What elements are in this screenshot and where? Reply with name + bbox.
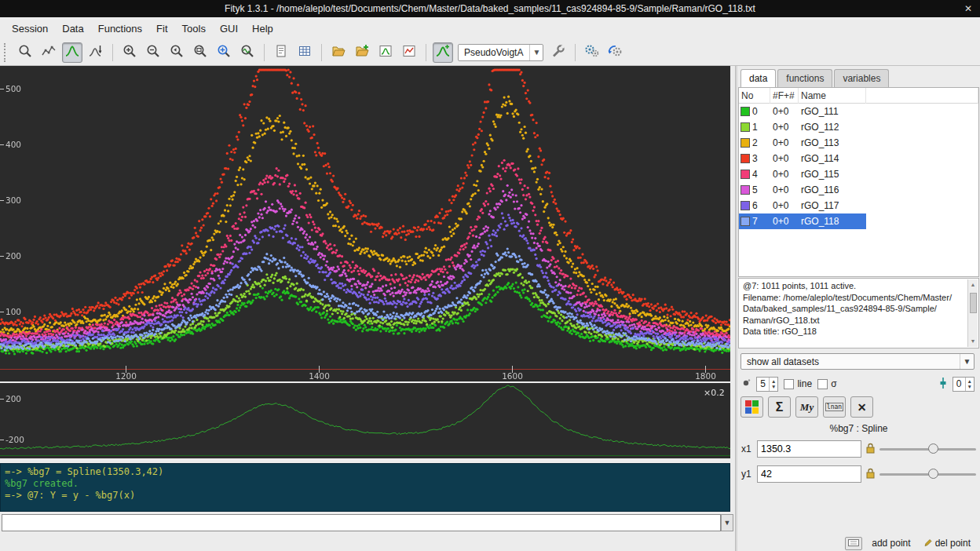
slider-handle[interactable] — [928, 469, 938, 479]
toolbar-separator — [426, 44, 426, 61]
dataset-no-cell: 4 — [739, 166, 770, 182]
fit-undo-button[interactable] — [605, 42, 626, 63]
dataset-row[interactable]: 70+0rGO_118 — [739, 213, 978, 229]
shift-spinner[interactable]: 0▲▼ — [953, 377, 975, 392]
function-mode-button[interactable] — [86, 42, 106, 63]
close-icon[interactable]: ✕ — [964, 0, 972, 17]
transform-data-button[interactable] — [399, 42, 419, 63]
dataset-row[interactable]: 40+0rGO_115 — [739, 166, 978, 182]
zoom-auto-y-button[interactable] — [237, 42, 258, 63]
define-function-button[interactable] — [548, 42, 569, 63]
sum-datasets-button[interactable]: Σ — [768, 396, 791, 418]
dataset-color-swatch[interactable] — [740, 170, 750, 179]
del-point-button[interactable]: del point — [920, 537, 974, 550]
add-point-label: add point — [872, 538, 910, 549]
menu-session[interactable]: Session — [5, 20, 55, 38]
title-bar[interactable]: Fityk 1.3.1 - /home/aleplo/test/Document… — [0, 0, 980, 17]
dataset-ff-cell: 0+0 — [770, 119, 799, 135]
fit-run-button[interactable] — [582, 42, 602, 63]
chevron-down-icon: ▼ — [529, 45, 543, 60]
zoom-select-button[interactable] — [214, 42, 234, 63]
add-peak-mode-button[interactable] — [62, 42, 82, 63]
y1-slider[interactable] — [879, 468, 976, 480]
dataset-color-swatch[interactable] — [740, 154, 750, 163]
dataset-row[interactable]: 30+0rGO_114 — [739, 151, 978, 166]
console-line: %bg7 created. — [5, 478, 726, 490]
add-point-button[interactable]: add point — [868, 537, 913, 549]
dataset-color-swatch[interactable] — [740, 138, 750, 148]
close-icon: ✕ — [858, 401, 867, 414]
dataset-color-swatch[interactable] — [740, 185, 750, 195]
menu-tools[interactable]: Tools — [175, 20, 213, 38]
command-input[interactable] — [2, 514, 721, 531]
scroll-up-icon[interactable]: ▲ — [971, 279, 976, 291]
transform-dataset-button[interactable]: lnan — [823, 396, 846, 418]
menu-data[interactable]: Data — [55, 20, 90, 38]
dataset-table: No #F+# Name 00+0rGO_11110+0rGO_11220+0r… — [738, 87, 979, 277]
keyboard-button[interactable] — [845, 537, 862, 550]
rename-dataset-button[interactable]: My — [795, 396, 818, 418]
dataset-row[interactable]: 50+0rGO_116 — [739, 182, 978, 198]
zoom-all-button[interactable] — [190, 42, 210, 63]
y1-field[interactable] — [757, 465, 861, 483]
menu-gui[interactable]: GUI — [213, 20, 245, 38]
script-page-icon — [273, 43, 289, 61]
dataset-color-swatch[interactable] — [740, 122, 750, 132]
dataset-no-cell: 5 — [739, 182, 770, 198]
spinner-arrows[interactable]: ▲▼ — [769, 378, 777, 391]
dataset-color-swatch[interactable] — [740, 107, 750, 116]
dataset-row[interactable]: 00+0rGO_111 — [739, 104, 978, 119]
dataset-colors-button[interactable] — [740, 396, 763, 418]
dataset-color-swatch[interactable] — [740, 217, 750, 226]
zoom-in-button[interactable] — [119, 42, 140, 63]
point-size-spinner[interactable]: 5▲▼ — [756, 377, 778, 392]
toolbar-grip[interactable] — [4, 43, 10, 62]
scrollbar-thumb[interactable] — [970, 293, 977, 313]
dataset-index: 3 — [752, 151, 758, 166]
slider-handle[interactable] — [928, 443, 938, 454]
tab-data[interactable]: data — [740, 69, 776, 88]
menu-fit[interactable]: Fit — [149, 20, 174, 38]
spinner-arrows[interactable]: ▲▼ — [965, 378, 974, 391]
load-data-button[interactable] — [328, 42, 349, 63]
input-history-button[interactable]: ▼ — [721, 514, 733, 531]
dataset-index: 6 — [752, 198, 758, 213]
dataset-row[interactable]: 20+0rGO_113 — [739, 135, 978, 151]
sigma-checkbox[interactable] — [817, 379, 828, 389]
main-plot-canvas[interactable] — [0, 66, 730, 381]
window-title: Fityk 1.3.1 - /home/aleplo/test/Document… — [225, 3, 755, 14]
lock-icon[interactable] — [865, 443, 876, 456]
range-mode-button[interactable] — [38, 42, 59, 63]
peak-plus-icon — [435, 43, 451, 61]
info-scrollbar[interactable]: ▲▼ — [967, 279, 978, 347]
dataset-filler-cell — [866, 182, 978, 198]
aux-plot-canvas[interactable] — [0, 383, 730, 458]
dataset-row[interactable]: 10+0rGO_112 — [739, 119, 978, 135]
dataset-color-swatch[interactable] — [740, 201, 750, 210]
x1-field[interactable] — [757, 440, 861, 458]
x1-slider[interactable] — [879, 443, 976, 455]
session-script-button[interactable] — [271, 42, 291, 63]
append-data-button[interactable] — [352, 42, 372, 63]
main-plot[interactable] — [0, 66, 730, 381]
show-datasets-dropdown[interactable]: show all datasets ▼ — [740, 353, 975, 370]
zoom-mode-button[interactable] — [15, 42, 35, 63]
y1-row: y1 — [741, 464, 976, 484]
tab-variables[interactable]: variables — [834, 69, 889, 87]
auto-add-peak-button[interactable] — [433, 42, 453, 63]
function-type-combo[interactable]: PseudoVoigtA ▼ — [458, 44, 543, 61]
data-table-button[interactable] — [294, 42, 315, 63]
col-name: Name — [799, 88, 866, 104]
undo-zoom-button[interactable] — [166, 42, 187, 63]
tab-functions[interactable]: functions — [777, 69, 832, 87]
lock-icon[interactable] — [865, 468, 876, 481]
aux-plot[interactable] — [0, 383, 730, 458]
edit-data-button[interactable] — [375, 42, 396, 63]
menu-functions[interactable]: Functions — [91, 20, 149, 38]
menu-help[interactable]: Help — [245, 20, 280, 38]
dataset-row[interactable]: 60+0rGO_117 — [739, 198, 978, 213]
zoom-out-button[interactable] — [143, 42, 163, 63]
delete-dataset-button[interactable]: ✕ — [850, 396, 873, 418]
scroll-down-icon[interactable]: ▼ — [971, 336, 976, 348]
line-checkbox[interactable] — [784, 379, 794, 389]
